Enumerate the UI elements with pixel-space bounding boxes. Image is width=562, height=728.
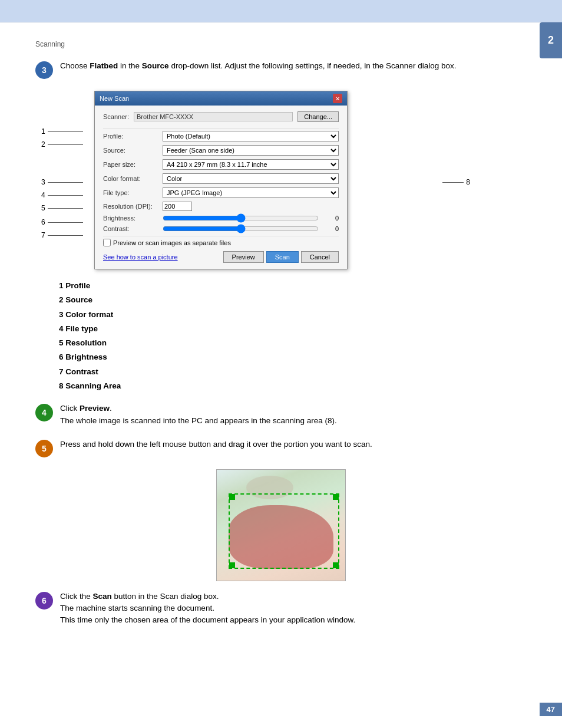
contrast-slider-container: 0 — [163, 225, 339, 232]
scanner-dialog: New Scan ✕ Scanner: Brother MFC-XXXX Cha… — [94, 91, 348, 269]
brightness-slider[interactable] — [163, 215, 319, 222]
dialog-color-format-row: Color format: Color — [103, 173, 339, 184]
scan-preview-image-wrapper — [35, 469, 527, 581]
chapter-tab: 2 — [540, 22, 562, 58]
separate-files-label: Preview or scan images as separate files — [113, 239, 231, 246]
scanner-name-value: Brother MFC-XXXX — [134, 112, 293, 121]
dialog-paper-size-row: Paper size: A4 210 x 297 mm (8.3 x 11.7 … — [103, 159, 339, 170]
callout-7: 7 — [41, 231, 83, 239]
corner-tl — [229, 494, 235, 500]
callout-6: 6 — [41, 218, 83, 226]
brightness-value: 0 — [321, 215, 339, 222]
callout-number-list: 1 Profile 2 Source 3 Color format 4 File… — [59, 279, 527, 393]
callout-4: 4 — [41, 191, 83, 199]
dialog-buttons: Preview Scan Cancel — [223, 251, 339, 263]
step-4-text: Click Preview. The whole image is scanne… — [60, 403, 337, 427]
scan-button[interactable]: Scan — [266, 251, 299, 263]
separate-files-checkbox[interactable] — [103, 239, 111, 246]
dialog-profile-row: Profile: Photo (Default) — [103, 131, 339, 141]
list-item-6: 6 Brightness — [59, 350, 527, 364]
scan-preview-image — [216, 469, 346, 581]
corner-br — [333, 562, 339, 568]
color-format-select[interactable]: Color — [163, 173, 339, 184]
dialog-title: New Scan — [100, 95, 129, 102]
page-content: Scanning 3 Choose Flatbed in the Source … — [0, 22, 562, 662]
contrast-slider[interactable] — [163, 225, 319, 232]
list-item-7: 7 Contrast — [59, 365, 527, 379]
color-format-label: Color format: — [103, 175, 159, 182]
breadcrumb: Scanning — [35, 40, 527, 48]
profile-label: Profile: — [103, 133, 159, 140]
page-number-area: 47 — [540, 703, 562, 716]
corner-bl — [229, 562, 235, 568]
dialog-brightness-row: Brightness: 0 — [103, 215, 339, 222]
scan-help-link[interactable]: See how to scan a picture — [103, 253, 178, 261]
list-item-4: 4 File type — [59, 322, 527, 336]
step-5-text: Press and hold down the left mouse butto… — [60, 439, 372, 450]
scanner-dialog-area: 1 2 3 4 5 6 7 — [94, 91, 436, 269]
contrast-value: 0 — [321, 225, 339, 232]
resolution-label: Resolution (DPI): — [103, 203, 159, 210]
dialog-contrast-row: Contrast: 0 — [103, 225, 339, 232]
step-4-circle: 4 — [35, 404, 53, 421]
list-item-3: 3 Color format — [59, 308, 527, 322]
source-select[interactable]: Feeder (Scan one side) — [163, 145, 339, 156]
dialog-source-row: Source: Feeder (Scan one side) — [103, 145, 339, 156]
step-3-block: 3 Choose Flatbed in the Source drop-down… — [35, 60, 527, 79]
list-item-1: 1 Profile — [59, 279, 527, 293]
callout-2: 2 — [41, 140, 83, 149]
paper-size-label: Paper size: — [103, 161, 159, 168]
dialog-file-type-row: File type: JPG (JPEG Image) — [103, 187, 339, 198]
callout-5: 5 — [41, 204, 83, 212]
callout-8: 8 — [442, 178, 470, 186]
brightness-label: Brightness: — [103, 215, 159, 222]
file-type-label: File type: — [103, 189, 159, 196]
change-scanner-button[interactable]: Change... — [297, 111, 339, 122]
dialog-divider — [103, 128, 339, 129]
file-type-select[interactable]: JPG (JPEG Image) — [163, 187, 339, 198]
step-3-circle: 3 — [35, 61, 53, 79]
callout-1: 1 — [41, 127, 83, 136]
dialog-resolution-row: Resolution (DPI): — [103, 202, 339, 211]
brightness-slider-container: 0 — [163, 215, 339, 222]
step-5-circle: 5 — [35, 440, 53, 457]
step-6-block: 6 Click the Scan button in the Scan dial… — [35, 591, 527, 627]
dialog-checkbox-row: Preview or scan images as separate files — [103, 239, 339, 246]
scan-selection-overlay — [229, 493, 339, 569]
source-label: Source: — [103, 147, 159, 154]
step-6-circle: 6 — [35, 592, 53, 610]
corner-tr — [333, 494, 339, 500]
dialog-footer: See how to scan a picture Preview Scan C… — [103, 251, 339, 263]
dialog-close-button[interactable]: ✕ — [333, 94, 342, 103]
step-3-text: Choose Flatbed in the Source drop-down l… — [60, 60, 456, 72]
preview-button[interactable]: Preview — [223, 251, 264, 263]
top-header-bar — [0, 0, 562, 22]
dialog-titlebar: New Scan ✕ — [95, 91, 347, 106]
list-item-5: 5 Resolution — [59, 336, 527, 350]
list-item-8: 8 Scanning Area — [59, 379, 527, 393]
resolution-input[interactable] — [163, 202, 192, 211]
callout-3: 3 — [41, 178, 83, 186]
page-number: 47 — [540, 703, 562, 716]
scanner-name-row: Scanner: Brother MFC-XXXX Change... — [103, 111, 339, 122]
cancel-button[interactable]: Cancel — [301, 251, 339, 263]
profile-select[interactable]: Photo (Default) — [163, 131, 339, 141]
list-item-2: 2 Source — [59, 293, 527, 307]
dialog-body: Scanner: Brother MFC-XXXX Change... Prof… — [95, 106, 347, 269]
step-4-block: 4 Click Preview. The whole image is scan… — [35, 403, 527, 427]
step-5-block: 5 Press and hold down the left mouse but… — [35, 439, 527, 457]
scanner-name-label: Scanner: — [103, 113, 129, 120]
step-6-text: Click the Scan button in the Scan dialog… — [60, 591, 355, 627]
chapter-tab-label: 2 — [548, 34, 554, 46]
paper-size-select[interactable]: A4 210 x 297 mm (8.3 x 11.7 inche — [163, 159, 339, 170]
contrast-label: Contrast: — [103, 225, 159, 232]
dialog-divider2 — [103, 236, 339, 236]
